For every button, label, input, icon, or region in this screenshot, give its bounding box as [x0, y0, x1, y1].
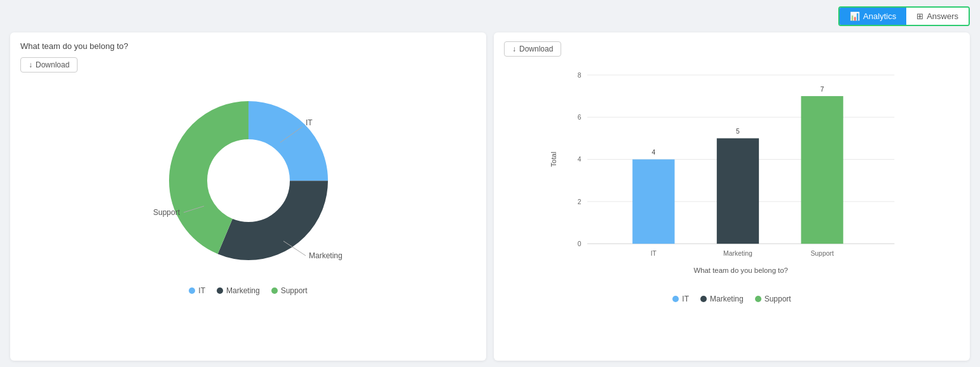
donut-chart-area: IT Support Marketing IT Marketing: [20, 79, 476, 295]
main-content: What team do you belong to? ↓ Download: [0, 32, 980, 367]
bar-legend: IT Marketing Support: [504, 294, 960, 303]
legend-label-support: Support: [281, 286, 308, 295]
tab-group: 📊 Analytics ⊞ Answers: [838, 6, 970, 26]
marketing-label: Marketing: [309, 251, 343, 260]
legend-item-it: IT: [189, 286, 205, 295]
bar-legend-label-marketing: Marketing: [710, 294, 744, 303]
bar-value-marketing: 5: [736, 128, 740, 135]
donut-legend: IT Marketing Support: [189, 286, 307, 295]
right-download-label: Download: [519, 45, 553, 53]
tab-analytics[interactable]: 📊 Analytics: [840, 8, 906, 25]
left-panel-title: What team do you belong to?: [20, 41, 476, 51]
bar-value-support: 7: [820, 86, 824, 93]
bar-legend-label-support: Support: [765, 294, 791, 303]
legend-dot-it: [189, 287, 195, 294]
donut-svg: IT Support Marketing: [147, 79, 350, 282]
bar-marketing: [717, 138, 759, 244]
y-tick-4: 4: [578, 156, 582, 163]
bar-legend-dot-support: [755, 296, 761, 302]
legend-item-support: Support: [271, 286, 308, 295]
right-download-button[interactable]: ↓ Download: [504, 41, 561, 57]
bar-legend-item-support: Support: [755, 294, 791, 303]
tab-answers[interactable]: ⊞ Answers: [906, 8, 969, 25]
bar-it: [632, 160, 674, 244]
donut-wrapper: IT Support Marketing: [147, 79, 350, 282]
bar-legend-dot-it: [672, 296, 679, 302]
support-label: Support: [153, 208, 180, 217]
left-download-button[interactable]: ↓ Download: [20, 57, 78, 73]
left-panel: What team do you belong to? ↓ Download: [10, 32, 486, 361]
bar-chart-svg: 0 2 4 6 8 Total 4 5 7: [504, 63, 960, 292]
analytics-icon: 📊: [850, 11, 860, 21]
y-tick-2: 2: [578, 198, 582, 205]
it-label: IT: [306, 118, 313, 127]
donut-center: [208, 140, 289, 221]
bar-legend-item-it: IT: [672, 294, 689, 303]
legend-label-marketing: Marketing: [226, 286, 260, 295]
y-tick-6: 6: [578, 114, 582, 121]
tab-analytics-label: Analytics: [863, 11, 896, 21]
right-panel: ↓ Download 0 2 4 6 8: [494, 32, 970, 361]
download-arrow-icon: ↓: [29, 60, 32, 69]
legend-dot-support: [271, 287, 278, 294]
bar-value-it: 4: [651, 149, 655, 156]
legend-item-marketing: Marketing: [217, 286, 260, 295]
x-label-marketing: Marketing: [723, 250, 752, 257]
bar-legend-item-marketing: Marketing: [700, 294, 744, 303]
legend-label-it: IT: [198, 286, 205, 295]
bar-support: [801, 96, 843, 244]
bar-legend-dot-marketing: [700, 296, 707, 302]
tab-answers-label: Answers: [927, 11, 958, 21]
bar-legend-label-it: IT: [682, 294, 689, 303]
y-tick-0: 0: [578, 240, 582, 247]
x-axis-title: What team do you belong to?: [694, 267, 788, 274]
x-label-it: IT: [651, 250, 657, 257]
right-download-arrow-icon: ↓: [512, 45, 516, 53]
left-download-label: Download: [36, 60, 69, 69]
y-tick-8: 8: [578, 72, 582, 79]
legend-dot-marketing: [217, 287, 223, 294]
answers-icon: ⊞: [916, 11, 923, 21]
y-axis-title: Total: [550, 152, 557, 167]
top-bar: 📊 Analytics ⊞ Answers: [0, 0, 980, 32]
x-label-support: Support: [810, 250, 834, 257]
bar-chart-area: 0 2 4 6 8 Total 4 5 7: [504, 63, 960, 303]
